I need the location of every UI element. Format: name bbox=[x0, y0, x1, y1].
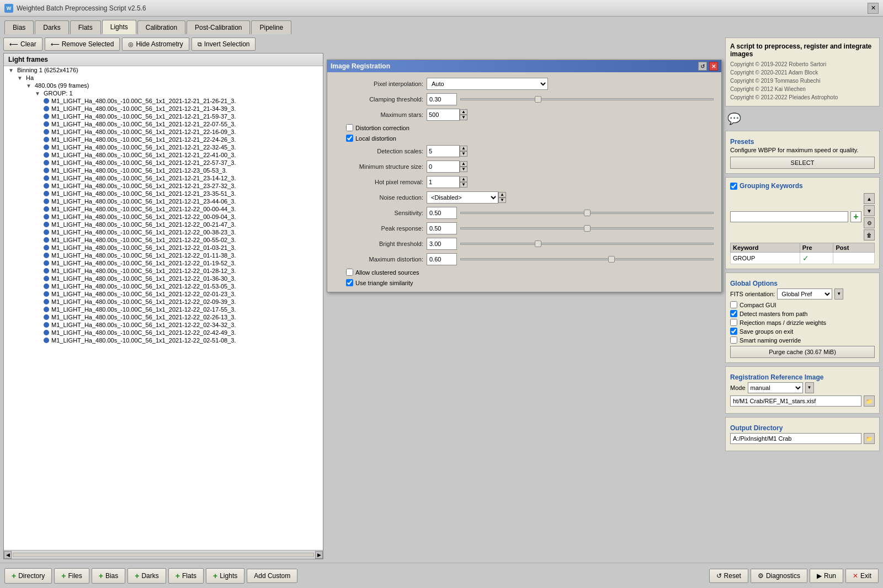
smart-naming-checkbox[interactable] bbox=[730, 336, 737, 344]
hotpx-down-arrow[interactable]: ▼ bbox=[460, 182, 467, 188]
tree-file-item[interactable]: M1_LIGHT_Ha_480.00s_-10.00C_56_1x1_2021-… bbox=[4, 236, 323, 244]
noise-reduction-select[interactable]: <Disabled> bbox=[427, 191, 498, 204]
maximum-stars-spinner[interactable]: ▲ ▼ bbox=[427, 109, 467, 121]
tree-file-item[interactable]: M1_LIGHT_Ha_480.00s_-10.00C_56_1x1_2021-… bbox=[4, 120, 323, 128]
stars-down-arrow[interactable]: ▼ bbox=[460, 115, 467, 120]
tree-file-item[interactable]: M1_LIGHT_Ha_480.00s_-10.00C_56_1x1_2021-… bbox=[4, 213, 323, 221]
clamping-threshold-slider[interactable] bbox=[460, 98, 714, 100]
tree-file-item[interactable]: M1_LIGHT_Ha_480.00s_-10.00C_56_1x1_2021-… bbox=[4, 221, 323, 228]
add-custom-button[interactable]: Add Custom bbox=[247, 569, 297, 583]
tree-file-item[interactable]: M1_LIGHT_Ha_480.00s_-10.00C_56_1x1_2021-… bbox=[4, 190, 323, 197]
tree-file-item[interactable]: M1_LIGHT_Ha_480.00s_-10.00C_56_1x1_2021-… bbox=[4, 267, 323, 275]
add-flats-button[interactable]: + Flats bbox=[168, 568, 204, 584]
tree-file-item[interactable]: M1_LIGHT_Ha_480.00s_-10.00C_56_1x1_2021-… bbox=[4, 313, 323, 321]
pixel-interpolation-select-wrap[interactable]: Auto bbox=[427, 78, 548, 90]
hot-pixel-input[interactable] bbox=[427, 176, 460, 188]
hotpx-up-arrow[interactable]: ▲ bbox=[460, 177, 467, 182]
sensitivity-input[interactable] bbox=[427, 207, 457, 219]
add-lights-button[interactable]: + Lights bbox=[206, 568, 244, 584]
h-scroll-bar[interactable]: ◀ ▶ bbox=[4, 550, 323, 559]
tree-file-item[interactable]: M1_LIGHT_Ha_480.00s_-10.00C_56_1x1_2021-… bbox=[4, 143, 323, 151]
tree-group[interactable]: ▼ GROUP: 1 bbox=[4, 89, 323, 97]
save-groups-checkbox[interactable] bbox=[730, 328, 737, 335]
tab-calibration[interactable]: Calibration bbox=[137, 20, 185, 34]
tree-file-item[interactable]: M1_LIGHT_Ha_480.00s_-10.00C_56_1x1_2021-… bbox=[4, 128, 323, 136]
output-folder-button[interactable]: 📁 bbox=[864, 433, 875, 444]
mode-arrow[interactable]: ▼ bbox=[805, 382, 814, 393]
peak-response-slider[interactable] bbox=[460, 227, 714, 229]
tree-ha[interactable]: ▼ Ha bbox=[4, 74, 323, 82]
kw-up-button[interactable]: ▲ bbox=[864, 193, 875, 204]
tree-file-item[interactable]: M1_LIGHT_Ha_480.00s_-10.00C_56_1x1_2021-… bbox=[4, 205, 323, 213]
tree-file-item[interactable]: M1_LIGHT_Ha_480.00s_-10.00C_56_1x1_2021-… bbox=[4, 336, 323, 344]
tab-lights[interactable]: Lights bbox=[102, 20, 136, 34]
stars-up-arrow[interactable]: ▲ bbox=[460, 109, 467, 115]
tree-container[interactable]: ▼ Binning 1 (6252x4176) ▼ Ha ▼ 480.00s (… bbox=[4, 66, 323, 550]
pixel-interpolation-select[interactable]: Auto bbox=[427, 78, 548, 90]
kw-row-group[interactable]: GROUP ✓ bbox=[731, 253, 875, 264]
tab-flats[interactable]: Flats bbox=[70, 20, 101, 34]
grouping-keywords-checkbox[interactable] bbox=[730, 183, 737, 190]
sensitivity-slider[interactable] bbox=[460, 212, 714, 214]
scroll-right[interactable]: ▶ bbox=[315, 551, 323, 559]
tree-file-item[interactable]: M1_LIGHT_Ha_480.00s_-10.00C_56_1x1_2021-… bbox=[4, 113, 323, 120]
scrollbar-track[interactable] bbox=[13, 553, 314, 557]
clear-button[interactable]: ⟵ Clear bbox=[3, 38, 42, 51]
tree-file-item[interactable]: M1_LIGHT_Ha_480.00s_-10.00C_56_1x1_2021-… bbox=[4, 282, 323, 290]
noise-up-arrow[interactable]: ▲ bbox=[498, 192, 506, 197]
tree-file-item[interactable]: M1_LIGHT_Ha_480.00s_-10.00C_56_1x1_2021-… bbox=[4, 329, 323, 336]
remove-selected-button[interactable]: ⟵ Remove Selected bbox=[45, 38, 120, 51]
fits-orientation-arrow[interactable]: ▼ bbox=[834, 288, 843, 300]
tree-file-item[interactable]: M1_LIGHT_Ha_480.00s_-10.00C_56_1x1_2021-… bbox=[4, 167, 323, 174]
tab-darks[interactable]: Darks bbox=[35, 20, 68, 34]
diagnostics-button[interactable]: ⚙ Diagnostics bbox=[751, 569, 807, 583]
tree-file-item[interactable]: M1_LIGHT_Ha_480.00s_-10.00C_56_1x1_2021-… bbox=[4, 290, 323, 298]
scales-down-arrow[interactable]: ▼ bbox=[460, 151, 467, 157]
expand-exposure[interactable]: ▼ bbox=[26, 83, 35, 89]
add-bias-button[interactable]: + Bias bbox=[92, 568, 126, 584]
fits-orientation-select[interactable]: Global Pref bbox=[777, 288, 832, 300]
chat-icon[interactable]: 💬 bbox=[725, 110, 880, 127]
tree-exposure[interactable]: ▼ 480.00s (99 frames) bbox=[4, 82, 323, 89]
max-distortion-slider[interactable] bbox=[460, 258, 714, 260]
noise-down-arrow[interactable]: ▼ bbox=[498, 197, 506, 203]
tree-file-item[interactable]: M1_LIGHT_Ha_480.00s_-10.00C_56_1x1_2021-… bbox=[4, 275, 323, 282]
detection-scales-spinner[interactable]: ▲ ▼ bbox=[427, 145, 467, 157]
tree-file-item[interactable]: M1_LIGHT_Ha_480.00s_-10.00C_56_1x1_2021-… bbox=[4, 228, 323, 236]
tree-file-item[interactable]: M1_LIGHT_Ha_480.00s_-10.00C_56_1x1_2021-… bbox=[4, 97, 323, 105]
run-button[interactable]: ▶ Run bbox=[810, 569, 843, 583]
hide-astrometry-button[interactable]: ◎ Hide Astrometry bbox=[122, 38, 189, 51]
maximum-stars-input[interactable] bbox=[427, 109, 460, 121]
select-preset-button[interactable]: SELECT bbox=[730, 157, 875, 169]
tree-file-item[interactable]: M1_LIGHT_Ha_480.00s_-10.00C_56_1x1_2021-… bbox=[4, 197, 323, 205]
bright-threshold-input[interactable] bbox=[427, 238, 457, 250]
expand-ha[interactable]: ▼ bbox=[17, 75, 26, 81]
detection-scales-input[interactable] bbox=[427, 145, 460, 157]
tab-post-calibration[interactable]: Post-Calibration bbox=[187, 20, 250, 34]
tree-file-item[interactable]: M1_LIGHT_Ha_480.00s_-10.00C_56_1x1_2021-… bbox=[4, 298, 323, 306]
noise-reduction-wrap[interactable]: <Disabled> ▲ ▼ bbox=[427, 191, 506, 204]
tree-file-item[interactable]: M1_LIGHT_Ha_480.00s_-10.00C_56_1x1_2021-… bbox=[4, 136, 323, 143]
keyword-add-button[interactable]: + bbox=[850, 211, 861, 222]
tree-file-item[interactable]: M1_LIGHT_Ha_480.00s_-10.00C_56_1x1_2021-… bbox=[4, 259, 323, 267]
kw-down-button[interactable]: ▼ bbox=[864, 205, 875, 216]
purge-cache-button[interactable]: Purge cache (30.67 MiB) bbox=[730, 346, 875, 358]
tree-file-item[interactable]: M1_LIGHT_Ha_480.00s_-10.00C_56_1x1_2021-… bbox=[4, 306, 323, 313]
tree-file-item[interactable]: M1_LIGHT_Ha_480.00s_-10.00C_56_1x1_2021-… bbox=[4, 159, 323, 167]
bright-threshold-slider[interactable] bbox=[460, 243, 714, 245]
tree-file-item[interactable]: M1_LIGHT_Ha_480.00s_-10.00C_56_1x1_2021-… bbox=[4, 182, 323, 190]
kw-gear-button[interactable]: ⚙ bbox=[864, 217, 875, 228]
tab-bias[interactable]: Bias bbox=[4, 20, 34, 34]
tree-binning[interactable]: ▼ Binning 1 (6252x4176) bbox=[4, 66, 323, 74]
clamping-threshold-input[interactable] bbox=[427, 93, 457, 105]
expand-group[interactable]: ▼ bbox=[35, 90, 44, 97]
add-darks-button[interactable]: + Darks bbox=[127, 568, 166, 584]
expand-binning[interactable]: ▼ bbox=[8, 67, 17, 73]
tree-file-item[interactable]: M1_LIGHT_Ha_480.00s_-10.00C_56_1x1_2021-… bbox=[4, 252, 323, 259]
tree-file-item[interactable]: M1_LIGHT_Ha_480.00s_-10.00C_56_1x1_2021-… bbox=[4, 151, 323, 159]
distortion-correction-check[interactable] bbox=[346, 124, 353, 131]
add-files-button[interactable]: + Files bbox=[54, 568, 89, 584]
use-triangle-check[interactable] bbox=[346, 279, 353, 286]
compact-gui-checkbox[interactable] bbox=[730, 301, 737, 308]
allow-clustered-check[interactable] bbox=[346, 269, 353, 276]
